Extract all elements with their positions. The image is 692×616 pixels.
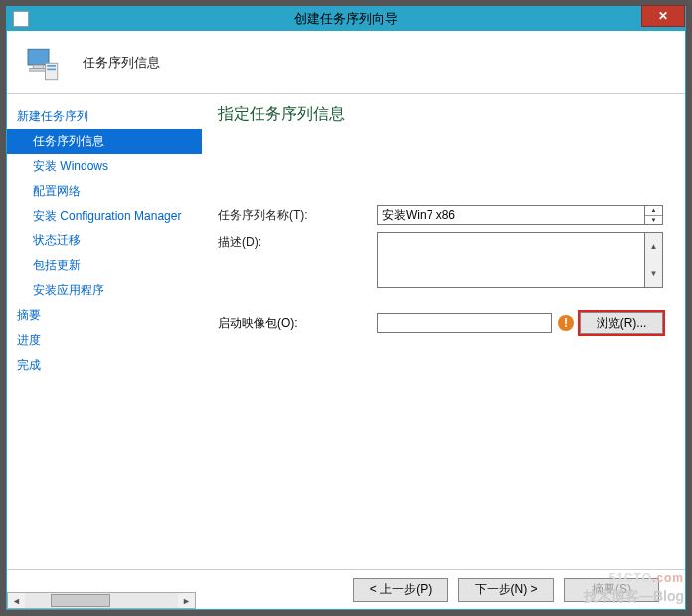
scroll-down-icon[interactable]: ▼ (645, 260, 662, 287)
scroll-left-icon[interactable]: ◄ (8, 593, 25, 608)
titlebar: 创建任务序列向导 ✕ (7, 7, 685, 31)
desc-textarea[interactable] (377, 232, 645, 288)
scroll-right-icon[interactable]: ► (178, 593, 195, 608)
sidebar: 新建任务序列 任务序列信息 安装 Windows 配置网络 安装 Configu… (7, 94, 202, 569)
summary-button: 摘要(S) (564, 578, 659, 602)
header-subtitle: 任务序列信息 (83, 54, 160, 72)
sidebar-item-include-updates[interactable]: 包括更新 (7, 253, 202, 278)
prev-button[interactable]: < 上一步(P) (353, 578, 448, 602)
row-name: 任务序列名称(T): ▲ ▼ (218, 205, 663, 225)
wizard-window: 创建任务序列向导 ✕ 任务序列信息 新建任务序列 任务序列信息 安装 Windo… (6, 6, 686, 610)
close-button[interactable]: ✕ (641, 5, 685, 27)
main-panel: 指定任务序列信息 任务序列名称(T): ▲ ▼ 描述(D): ▲ (202, 94, 685, 569)
desc-label: 描述(D): (218, 232, 377, 251)
spinner-down-icon[interactable]: ▼ (645, 216, 662, 225)
name-spinner[interactable]: ▲ ▼ (645, 205, 663, 225)
sidebar-item-summary[interactable]: 摘要 (7, 303, 202, 328)
scroll-track[interactable] (25, 593, 178, 608)
browse-button[interactable]: 浏览(R)... (580, 312, 663, 334)
sidebar-item-configure-network[interactable]: 配置网络 (7, 179, 202, 204)
sidebar-group-new[interactable]: 新建任务序列 (7, 104, 202, 129)
svg-rect-2 (30, 68, 48, 71)
svg-rect-0 (28, 49, 49, 65)
name-label: 任务序列名称(T): (218, 205, 377, 224)
warning-icon: ! (558, 315, 574, 331)
row-desc: 描述(D): ▲ ▼ (218, 232, 663, 288)
sidebar-item-state-migration[interactable]: 状态迁移 (7, 229, 202, 253)
header: 任务序列信息 (7, 31, 685, 94)
body: 新建任务序列 任务序列信息 安装 Windows 配置网络 安装 Configu… (7, 94, 685, 569)
window-title: 创建任务序列向导 (294, 10, 398, 28)
horizontal-scrollbar[interactable]: ◄ ► (7, 592, 196, 609)
scroll-thumb[interactable] (51, 594, 110, 607)
scroll-up-icon[interactable]: ▲ (645, 233, 662, 260)
sidebar-item-install-cm[interactable]: 安装 Configuration Manager (7, 204, 202, 229)
spinner-up-icon[interactable]: ▲ (645, 206, 662, 216)
wizard-icon (19, 40, 65, 85)
svg-rect-4 (47, 65, 56, 67)
sidebar-item-complete[interactable]: 完成 (7, 353, 202, 378)
svg-rect-5 (47, 68, 56, 70)
name-input[interactable] (377, 205, 645, 225)
sidebar-item-install-apps[interactable]: 安装应用程序 (7, 278, 202, 303)
desc-scrollbar[interactable]: ▲ ▼ (645, 232, 663, 288)
sidebar-item-install-windows[interactable]: 安装 Windows (7, 154, 202, 179)
sidebar-item-progress[interactable]: 进度 (7, 328, 202, 353)
app-icon (13, 11, 29, 27)
page-title: 指定任务序列信息 (218, 104, 663, 125)
next-button[interactable]: 下一步(N) > (458, 578, 554, 602)
row-boot: 启动映像包(O): ! 浏览(R)... (218, 312, 663, 334)
boot-input[interactable] (377, 313, 552, 333)
svg-rect-1 (33, 65, 44, 69)
boot-label: 启动映像包(O): (218, 315, 377, 332)
sidebar-item-info[interactable]: 任务序列信息 (7, 129, 202, 154)
